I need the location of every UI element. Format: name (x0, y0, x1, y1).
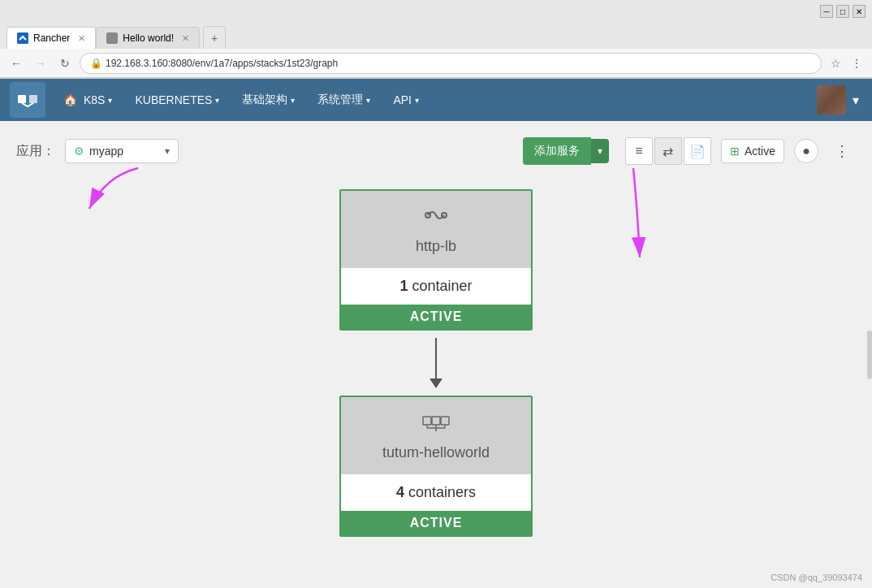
load-balancer-icon (423, 204, 449, 231)
service-header-http-lb: http-lb (341, 191, 531, 268)
status-circle-btn[interactable]: ● (794, 139, 818, 163)
file-view-btn[interactable]: 📄 (684, 137, 711, 165)
tab-helloworld-close[interactable]: ✕ (182, 33, 189, 44)
service-body-helloworld: 4 containers (341, 474, 531, 511)
tab-helloworld[interactable]: Hello world! ✕ (96, 27, 200, 49)
app-selector[interactable]: ⚙ myapp ▾ (65, 139, 179, 163)
app-selector-icon: ⚙ (74, 145, 84, 158)
refresh-btn[interactable]: ↻ (55, 54, 75, 73)
navbar-api-chevron: ▾ (415, 96, 419, 105)
browser-addressbar: ← → ↻ 🔒 192.168.3.160:8080/env/1a7/apps/… (0, 49, 872, 78)
service-box-http-lb[interactable]: http-lb 1 container ACTIVE (339, 189, 533, 331)
service-container-count-helloworld: 4 containers (351, 484, 521, 501)
navbar-kubernetes-label: KUBERNETES (135, 93, 212, 106)
url-bar[interactable]: 🔒 192.168.3.160:8080/env/1a7/apps/stacks… (80, 53, 822, 74)
service-status-helloworld: ACTIVE (341, 511, 531, 535)
svg-rect-8 (432, 417, 440, 425)
user-menu-chevron[interactable]: ▾ (849, 93, 862, 108)
graph-area: http-lb 1 container ACTIVE (16, 181, 856, 537)
container-icon (421, 410, 451, 438)
service-arrow (430, 331, 442, 396)
close-btn[interactable]: ✕ (853, 5, 866, 18)
service-status-http-lb: ACTIVE (341, 305, 531, 329)
svg-rect-0 (17, 32, 28, 44)
service-body-http-lb: 1 container (341, 268, 531, 305)
active-stack-icon: ⊞ (730, 145, 740, 158)
navbar-k8s-label: K8S (84, 93, 105, 106)
rancher-tab-icon (17, 32, 28, 44)
tab-rancher-close[interactable]: ✕ (78, 33, 85, 44)
app-content: 应用： ⚙ myapp ▾ 添加服务 ▾ ≡ ⇄ 📄 ⊞ Active ● ⋮ (0, 121, 872, 588)
app-label: 应用： (16, 143, 55, 160)
service-box-helloworld[interactable]: tutum-helloworld 4 containers ACTIVE (339, 396, 533, 537)
scrollbar[interactable] (867, 331, 872, 379)
svg-rect-9 (441, 417, 449, 425)
app-navbar: 🏠 K8S ▾ KUBERNETES ▾ 基础架构 ▾ 系统管理 ▾ API ▾… (0, 79, 872, 121)
active-status-badge[interactable]: ⊞ Active (721, 139, 784, 163)
tab-rancher[interactable]: Rancher ✕ (6, 27, 96, 49)
content-toolbar: 应用： ⚙ myapp ▾ 添加服务 ▾ ≡ ⇄ 📄 ⊞ Active ● ⋮ (16, 137, 856, 165)
browser-chrome: ─ □ ✕ Rancher ✕ Hello world! ✕ + ← → ↻ 🔒… (0, 0, 872, 79)
url-text: 192.168.3.160:8080/env/1a7/apps/stacks/1… (106, 58, 338, 69)
navbar-kubernetes[interactable]: KUBERNETES ▾ (123, 79, 231, 121)
add-service-dropdown-btn[interactable]: ▾ (591, 139, 609, 163)
more-options-btn[interactable]: ⋮ (828, 137, 856, 165)
add-service-group: 添加服务 ▾ (523, 137, 609, 165)
app-logo[interactable] (10, 82, 45, 118)
svg-rect-2 (29, 95, 37, 103)
tab-helloworld-label: Hello world! (123, 32, 174, 44)
back-btn[interactable]: ← (6, 54, 26, 73)
navbar-k8s[interactable]: 🏠 K8S ▾ (52, 79, 123, 121)
navbar-api-label: API (393, 93, 412, 106)
browser-tabs: Rancher ✕ Hello world! ✕ + (0, 23, 872, 49)
settings-icon[interactable]: ⋮ (848, 54, 866, 72)
navbar-admin-label: 系统管理 (317, 93, 363, 107)
svg-rect-1 (18, 95, 26, 103)
service-container-count-http-lb: 1 container (351, 278, 521, 295)
bookmark-icon[interactable]: ☆ (827, 54, 844, 72)
app-selector-text: myapp (89, 145, 160, 158)
navbar-admin[interactable]: 系统管理 ▾ (306, 79, 382, 121)
arrow-line (435, 338, 437, 378)
new-tab-btn[interactable]: + (203, 26, 226, 49)
navbar-infra[interactable]: 基础架构 ▾ (231, 79, 306, 121)
active-text: Active (745, 145, 775, 158)
watermark: CSDN @qq_39093474 (771, 573, 862, 582)
user-avatar[interactable] (817, 85, 846, 115)
browser-titlebar: ─ □ ✕ (0, 0, 872, 23)
navbar-infra-chevron: ▾ (291, 96, 295, 105)
app-selector-chevron: ▾ (165, 145, 170, 157)
service-name-helloworld: tutum-helloworld (382, 444, 490, 461)
arrow-head (430, 378, 442, 388)
navbar-api[interactable]: API ▾ (382, 79, 430, 121)
add-service-button[interactable]: 添加服务 (523, 137, 591, 165)
add-service-label: 添加服务 (534, 144, 580, 158)
minimize-btn[interactable]: ─ (820, 5, 833, 18)
navbar-k8s-chevron: ▾ (108, 96, 112, 105)
navbar-kubernetes-chevron: ▾ (215, 96, 219, 105)
list-view-btn[interactable]: ≡ (625, 137, 653, 165)
url-icons: ☆ ⋮ (827, 54, 866, 72)
svg-rect-7 (423, 417, 431, 425)
navbar-admin-chevron: ▾ (366, 96, 370, 105)
forward-btn[interactable]: → (31, 54, 50, 73)
maximize-btn[interactable]: □ (836, 5, 849, 18)
service-header-helloworld: tutum-helloworld (341, 397, 531, 474)
graph-view-btn[interactable]: ⇄ (654, 137, 682, 165)
navbar-infra-label: 基础架构 (242, 93, 287, 107)
tab-rancher-label: Rancher (33, 32, 70, 44)
view-btn-group: ≡ ⇄ 📄 (625, 137, 711, 165)
helloworld-tab-icon (106, 32, 118, 44)
service-name-http-lb: http-lb (416, 238, 456, 255)
